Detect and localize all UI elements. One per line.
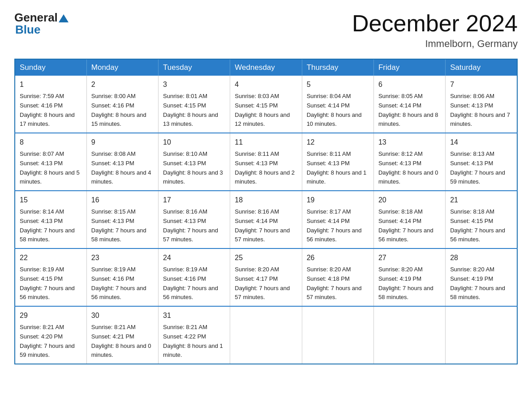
header: General Blue December 2024 Immelborn, Ge… [14,11,518,50]
page: General Blue December 2024 Immelborn, Ge… [0,0,532,379]
calendar-cell: 20Sunrise: 8:18 AMSunset: 4:14 PMDayligh… [373,191,445,248]
weekday-header-thursday: Thursday [302,59,373,76]
day-info: Sunrise: 8:20 AMSunset: 4:19 PMDaylight:… [450,265,512,302]
calendar-cell: 11Sunrise: 8:11 AMSunset: 4:13 PMDayligh… [230,133,302,191]
calendar-cell: 8Sunrise: 8:07 AMSunset: 4:13 PMDaylight… [15,133,86,191]
day-number: 12 [307,137,369,148]
day-info: Sunrise: 8:20 AMSunset: 4:18 PMDaylight:… [307,265,369,302]
day-number: 30 [91,310,154,321]
day-number: 24 [163,253,225,264]
day-info: Sunrise: 8:21 AMSunset: 4:20 PMDaylight:… [20,323,82,360]
day-info: Sunrise: 8:06 AMSunset: 4:13 PMDaylight:… [450,92,512,129]
day-info: Sunrise: 8:04 AMSunset: 4:14 PMDaylight:… [307,92,369,129]
day-info: Sunrise: 8:21 AMSunset: 4:22 PMDaylight:… [163,323,225,360]
day-number: 7 [450,79,512,90]
day-info: Sunrise: 8:07 AMSunset: 4:13 PMDaylight:… [20,150,82,187]
day-number: 20 [378,195,441,206]
day-number: 28 [450,253,512,264]
day-info: Sunrise: 8:11 AMSunset: 4:13 PMDaylight:… [307,150,369,187]
calendar-week-row: 29Sunrise: 8:21 AMSunset: 4:20 PMDayligh… [15,306,517,364]
day-info: Sunrise: 8:20 AMSunset: 4:17 PMDaylight:… [235,265,297,302]
day-info: Sunrise: 8:12 AMSunset: 4:13 PMDaylight:… [378,150,441,187]
calendar-cell [373,306,445,364]
day-number: 4 [235,79,297,90]
day-number: 19 [307,195,369,206]
day-number: 10 [163,137,225,148]
day-info: Sunrise: 8:17 AMSunset: 4:14 PMDaylight:… [307,207,369,244]
day-number: 11 [235,137,297,148]
day-info: Sunrise: 8:18 AMSunset: 4:15 PMDaylight:… [450,207,512,244]
calendar-cell: 19Sunrise: 8:17 AMSunset: 4:14 PMDayligh… [302,191,373,248]
weekday-header-saturday: Saturday [446,59,517,76]
day-number: 16 [91,195,154,206]
day-info: Sunrise: 8:01 AMSunset: 4:15 PMDaylight:… [163,92,225,129]
calendar-cell: 6Sunrise: 8:05 AMSunset: 4:14 PMDaylight… [373,76,445,133]
calendar-cell: 26Sunrise: 8:20 AMSunset: 4:18 PMDayligh… [302,248,373,306]
day-number: 18 [235,195,297,206]
day-number: 8 [20,137,82,148]
calendar-cell: 9Sunrise: 8:08 AMSunset: 4:13 PMDaylight… [86,133,158,191]
day-number: 22 [20,253,82,264]
day-info: Sunrise: 8:21 AMSunset: 4:21 PMDaylight:… [91,323,154,360]
day-number: 14 [450,137,512,148]
title-month: December 2024 [352,11,518,36]
calendar-cell: 13Sunrise: 8:12 AMSunset: 4:13 PMDayligh… [373,133,445,191]
calendar-cell: 25Sunrise: 8:20 AMSunset: 4:17 PMDayligh… [230,248,302,306]
logo-triangle-icon [59,13,69,23]
calendar-cell: 12Sunrise: 8:11 AMSunset: 4:13 PMDayligh… [302,133,373,191]
day-number: 21 [450,195,512,206]
calendar-cell: 2Sunrise: 8:00 AMSunset: 4:16 PMDaylight… [86,76,158,133]
calendar-week-row: 15Sunrise: 8:14 AMSunset: 4:13 PMDayligh… [15,191,517,248]
day-number: 31 [163,310,225,321]
calendar-cell: 27Sunrise: 8:20 AMSunset: 4:19 PMDayligh… [373,248,445,306]
calendar-cell: 29Sunrise: 8:21 AMSunset: 4:20 PMDayligh… [15,306,86,364]
day-number: 27 [378,253,441,264]
calendar-cell: 24Sunrise: 8:19 AMSunset: 4:16 PMDayligh… [159,248,230,306]
calendar-cell: 28Sunrise: 8:20 AMSunset: 4:19 PMDayligh… [446,248,517,306]
day-info: Sunrise: 8:13 AMSunset: 4:13 PMDaylight:… [450,150,512,187]
calendar-cell: 18Sunrise: 8:16 AMSunset: 4:14 PMDayligh… [230,191,302,248]
logo-group: General Blue [14,11,69,37]
day-info: Sunrise: 8:10 AMSunset: 4:13 PMDaylight:… [163,150,225,187]
day-info: Sunrise: 8:00 AMSunset: 4:16 PMDaylight:… [91,92,154,129]
calendar-cell: 4Sunrise: 8:03 AMSunset: 4:15 PMDaylight… [230,76,302,133]
day-number: 9 [91,137,154,148]
day-info: Sunrise: 8:20 AMSunset: 4:19 PMDaylight:… [378,265,441,302]
calendar-cell: 1Sunrise: 7:59 AMSunset: 4:16 PMDaylight… [15,76,86,133]
day-info: Sunrise: 8:05 AMSunset: 4:14 PMDaylight:… [378,92,441,129]
weekday-header-tuesday: Tuesday [159,59,230,76]
day-info: Sunrise: 8:15 AMSunset: 4:13 PMDaylight:… [91,207,154,244]
weekday-header-friday: Friday [373,59,445,76]
calendar-cell [230,306,302,364]
day-number: 3 [163,79,225,90]
weekday-header-monday: Monday [86,59,158,76]
day-number: 29 [20,310,82,321]
day-info: Sunrise: 8:11 AMSunset: 4:13 PMDaylight:… [235,150,297,187]
calendar-cell: 14Sunrise: 8:13 AMSunset: 4:13 PMDayligh… [446,133,517,191]
day-info: Sunrise: 8:03 AMSunset: 4:15 PMDaylight:… [235,92,297,129]
day-info: Sunrise: 8:19 AMSunset: 4:16 PMDaylight:… [91,265,154,302]
day-number: 25 [235,253,297,264]
calendar-cell: 10Sunrise: 8:10 AMSunset: 4:13 PMDayligh… [159,133,230,191]
day-info: Sunrise: 7:59 AMSunset: 4:16 PMDaylight:… [20,92,82,129]
calendar-cell: 16Sunrise: 8:15 AMSunset: 4:13 PMDayligh… [86,191,158,248]
day-number: 2 [91,79,154,90]
day-number: 17 [163,195,225,206]
weekday-header-wednesday: Wednesday [230,59,302,76]
svg-marker-0 [59,14,69,22]
calendar-cell: 15Sunrise: 8:14 AMSunset: 4:13 PMDayligh… [15,191,86,248]
day-number: 1 [20,79,82,90]
calendar-cell: 3Sunrise: 8:01 AMSunset: 4:15 PMDaylight… [159,76,230,133]
logo: General Blue [14,11,69,37]
day-number: 26 [307,253,369,264]
day-number: 15 [20,195,82,206]
day-info: Sunrise: 8:16 AMSunset: 4:14 PMDaylight:… [235,207,297,244]
day-number: 13 [378,137,441,148]
calendar-week-row: 8Sunrise: 8:07 AMSunset: 4:13 PMDaylight… [15,133,517,191]
weekday-header-sunday: Sunday [15,59,86,76]
calendar-cell: 23Sunrise: 8:19 AMSunset: 4:16 PMDayligh… [86,248,158,306]
day-number: 23 [91,253,154,264]
calendar-table: SundayMondayTuesdayWednesdayThursdayFrid… [14,59,518,364]
day-info: Sunrise: 8:19 AMSunset: 4:15 PMDaylight:… [20,265,82,302]
calendar-cell: 30Sunrise: 8:21 AMSunset: 4:21 PMDayligh… [86,306,158,364]
